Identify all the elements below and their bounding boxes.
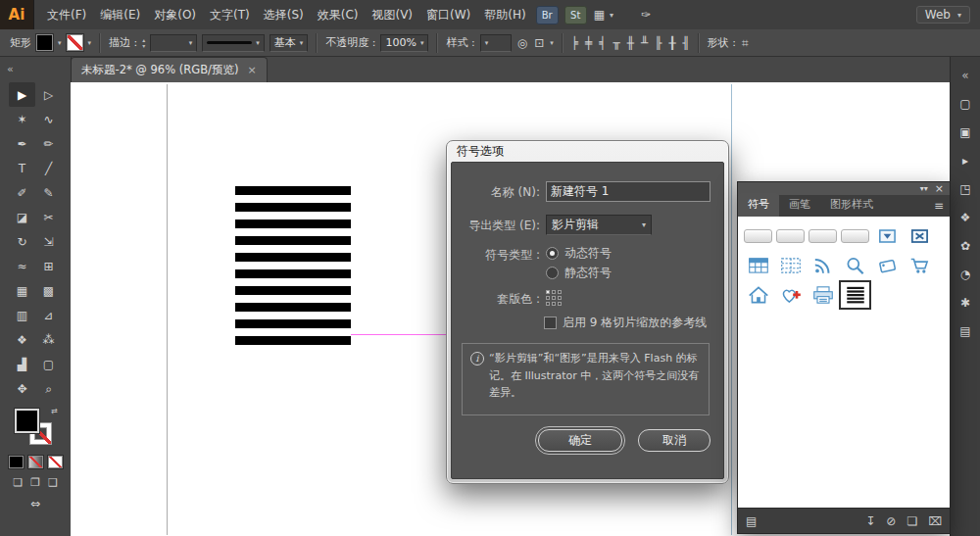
eraser-tool[interactable]: ◪	[9, 205, 35, 229]
fill-stroke-control[interactable]: ⇄	[13, 407, 58, 450]
bridge-icon[interactable]: Br	[536, 6, 559, 24]
nine-slice-checkbox-row[interactable]: 启用 9 格切片缩放的参考线	[544, 315, 707, 331]
stroke-weight-stepper[interactable]: ▴ ▾	[142, 37, 145, 49]
scale-tool[interactable]: ⇲	[35, 229, 62, 254]
scissors-tool[interactable]: ✂	[35, 205, 62, 229]
collapse-tools-icon[interactable]: «	[7, 63, 14, 75]
color-chip[interactable]	[9, 456, 24, 468]
panel-icon-8[interactable]: ✱	[951, 288, 980, 317]
panel-icon-9[interactable]: ▤	[951, 317, 980, 345]
registration-point[interactable]	[552, 302, 556, 306]
static-symbol-radio[interactable]: 静态符号	[546, 265, 612, 281]
lasso-tool[interactable]: ∿	[35, 107, 62, 131]
symbol-web-button-blank-4[interactable]	[839, 221, 871, 251]
symbol-close-box[interactable]	[904, 221, 936, 251]
panel-icon-6[interactable]: ✿	[951, 231, 980, 260]
symbol-home[interactable]	[742, 280, 774, 310]
screen-mode-icon[interactable]: ⇔	[30, 497, 40, 511]
swap-fill-stroke-icon[interactable]: ⇄	[51, 407, 58, 415]
align-horizontal-center-icon[interactable]: ╪	[585, 36, 592, 50]
delete-symbol-icon[interactable]: ⌧	[928, 514, 942, 528]
new-symbol-icon[interactable]: ❏	[906, 514, 917, 528]
name-input[interactable]	[546, 181, 710, 202]
symbol-web-button-blank-2[interactable]	[774, 221, 807, 251]
style-dropdown[interactable]: ▾	[480, 34, 512, 52]
draw-inside-icon[interactable]: ❑	[48, 476, 58, 489]
align-horizontal-left-icon[interactable]: ╞	[571, 36, 578, 50]
stock-icon[interactable]: St	[564, 6, 587, 24]
arrange-documents-icon[interactable]: ▦	[594, 8, 605, 22]
panel-icon-1[interactable]: ▢	[951, 89, 980, 118]
feather-icon[interactable]: ✑	[641, 8, 651, 22]
symbol-add-to-favorites[interactable]	[774, 280, 807, 310]
gradient-chip[interactable]	[28, 456, 43, 468]
symbol-cells[interactable]	[774, 251, 807, 280]
magic-wand-tool[interactable]: ✶	[9, 107, 35, 131]
place-symbol-instance-icon[interactable]: ↧	[865, 514, 875, 528]
pen-tool[interactable]: ✒	[9, 131, 35, 156]
panel-icon-5[interactable]: ❖	[951, 203, 980, 231]
align-vertical-bottom-icon[interactable]: ╨	[641, 36, 648, 50]
shape-builder-tool[interactable]: ▦	[9, 278, 35, 303]
stepper-down-icon[interactable]: ▾	[142, 43, 145, 49]
symbol-shopping-cart[interactable]	[904, 251, 936, 280]
distribute-left-icon[interactable]: ╟	[655, 36, 662, 50]
symbol-combo-box[interactable]	[871, 221, 904, 251]
align-horizontal-right-icon[interactable]: ╡	[599, 36, 606, 50]
paintbrush-tool[interactable]: ✐	[9, 180, 35, 205]
menu-item[interactable]: 效果(C)	[311, 0, 366, 29]
transform-icon[interactable]: ⊡	[534, 36, 544, 50]
menu-item[interactable]: 对象(O)	[147, 0, 203, 29]
registration-point-grid[interactable]	[546, 290, 562, 306]
stroke-caret-icon[interactable]: ▾	[88, 39, 92, 47]
align-vertical-middle-icon[interactable]: ╫	[627, 36, 634, 50]
cancel-button[interactable]: 取消	[638, 429, 710, 452]
stroke-weight-dropdown[interactable]: ▾	[150, 34, 197, 52]
dialog-title[interactable]: 符号选项	[447, 141, 728, 162]
pencil-tool[interactable]: ✏	[35, 131, 62, 156]
break-link-icon[interactable]: ⊘	[886, 514, 896, 528]
document-setup-icon[interactable]: ◎	[517, 36, 527, 50]
menu-item[interactable]: 帮助(H)	[477, 0, 532, 29]
eyedropper-tool[interactable]: ⊿	[35, 303, 62, 327]
symbol-tag[interactable]	[871, 251, 904, 280]
menu-item[interactable]: 文件(F)	[40, 0, 93, 29]
tab-brushes[interactable]: 画笔	[779, 193, 820, 217]
tab-close-icon[interactable]: ×	[247, 64, 256, 76]
export-type-dropdown[interactable]: 影片剪辑 ▾	[546, 215, 652, 235]
menu-item[interactable]: 视图(V)	[365, 0, 419, 29]
line-segment-tool[interactable]: ╱	[35, 156, 62, 180]
panel-close-icon[interactable]: ×	[935, 183, 944, 194]
symbol-rss[interactable]	[807, 251, 839, 280]
stroke-color-swatch[interactable]	[67, 34, 83, 51]
symbol-web-button-blank-3[interactable]	[807, 221, 839, 251]
arrange-documents-caret-icon[interactable]: ▾	[610, 11, 613, 20]
distribute-right-icon[interactable]: ╢	[683, 36, 690, 50]
graph-tool[interactable]: ▟	[9, 352, 35, 376]
checkbox-icon[interactable]	[544, 317, 557, 329]
opacity-dropdown[interactable]: 100% ▾	[380, 34, 428, 52]
registration-point[interactable]	[558, 290, 562, 294]
shape-options-icon[interactable]: ⌗	[742, 36, 749, 50]
symbol-libraries-menu-icon[interactable]: ▤	[746, 514, 757, 528]
ok-button[interactable]: 确定	[538, 429, 622, 452]
registration-point[interactable]	[546, 290, 550, 294]
menu-item[interactable]: 文字(T)	[203, 0, 257, 29]
registration-point[interactable]	[552, 290, 556, 294]
gradient-tool[interactable]: ▥	[9, 303, 35, 327]
symbol-table[interactable]	[742, 251, 774, 280]
width-tool[interactable]: ≈	[9, 254, 35, 278]
registration-point[interactable]	[546, 302, 550, 306]
brush-definition-dropdown[interactable]: 基本 ▾	[270, 34, 309, 52]
symbol-sprayer-tool[interactable]: ⁂	[35, 327, 62, 352]
type-tool[interactable]: T	[9, 156, 35, 180]
draw-normal-icon[interactable]: ❏	[13, 476, 23, 489]
panel-icon-3[interactable]: ▸	[951, 146, 980, 174]
symbol-print[interactable]	[807, 280, 839, 310]
menu-item[interactable]: 选择(S)	[257, 0, 311, 29]
panel-icon-7[interactable]: ◔	[951, 260, 980, 288]
tab-symbols[interactable]: 符号	[738, 193, 779, 217]
panel-icon-2[interactable]: ▣	[951, 118, 980, 146]
stripes-artwork[interactable]	[235, 186, 351, 345]
panel-icon-4[interactable]: ◳	[951, 174, 980, 203]
